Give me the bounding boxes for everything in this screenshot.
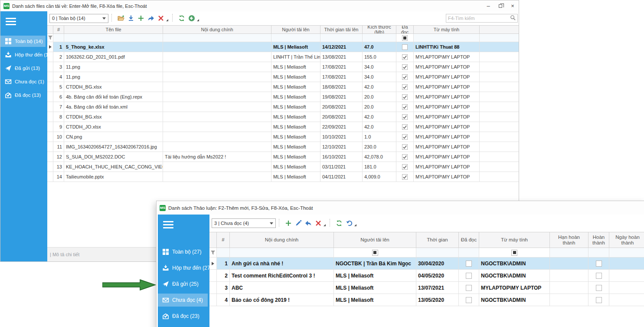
table-row[interactable]: 21063262.GD_2021_001.pdfLINHTT | Trần Th… bbox=[47, 52, 519, 62]
dropdown-corner-icon[interactable] bbox=[166, 19, 168, 21]
table-row[interactable]: 311.pngMLS | Meliasoft17/08/202134.0MYLA… bbox=[47, 62, 519, 72]
reply-button[interactable] bbox=[304, 219, 313, 228]
sidebar-item[interactable]: Đã đọc (23) bbox=[158, 310, 208, 323]
column-header[interactable]: Hạn hoàn thành bbox=[550, 232, 588, 248]
table-row[interactable]: 14Tailieumobile.pptxMLS | Meliasoft04/11… bbox=[47, 172, 519, 182]
checkbox[interactable] bbox=[372, 250, 378, 256]
back-button[interactable] bbox=[187, 14, 196, 23]
table-row[interactable]: 10CN.pngMLS | Meliasoft10/10/20211.0MYLA… bbox=[47, 132, 519, 142]
discussion-window-titlebar[interactable]: MS Danh sách Thảo luận: F2-Thêm mới, F3-… bbox=[157, 201, 644, 215]
filter-cell[interactable] bbox=[271, 34, 320, 42]
column-header[interactable]: Người tải lên bbox=[334, 232, 416, 248]
checkbox[interactable] bbox=[402, 35, 408, 41]
sidebar-item[interactable]: Hộp thư đến (27) bbox=[158, 261, 208, 274]
checkbox[interactable] bbox=[466, 285, 472, 291]
filter-cell[interactable] bbox=[217, 248, 230, 258]
checkbox[interactable] bbox=[511, 250, 517, 256]
checkbox[interactable] bbox=[402, 74, 408, 80]
sidebar-item[interactable]: Toàn bộ (27) bbox=[158, 245, 208, 258]
open-file-button[interactable] bbox=[116, 14, 125, 23]
checkbox[interactable] bbox=[596, 261, 602, 267]
menu-icon[interactable] bbox=[163, 220, 173, 230]
column-header[interactable]: # bbox=[217, 232, 230, 248]
column-header[interactable]: Người tải lên bbox=[271, 26, 320, 34]
table-row[interactable]: 3ABCMLS | Meliasoft13/07/2021MYLAPTOP\MY… bbox=[209, 282, 644, 294]
sidebar-item[interactable]: Đã đọc (13) bbox=[0, 89, 46, 101]
column-header[interactable]: Nội dung chính bbox=[230, 232, 334, 248]
delete-button[interactable] bbox=[156, 14, 165, 23]
column-header[interactable]: Ngày hoàn thành bbox=[609, 232, 644, 248]
table-row[interactable]: 11IMG_1634020654727_1634020672016.jpgMLS… bbox=[47, 142, 519, 152]
checkbox[interactable] bbox=[402, 144, 408, 150]
view-filter-dropdown[interactable]: 3 | Chưa đọc (4) bbox=[212, 218, 276, 228]
checkbox[interactable] bbox=[402, 124, 408, 130]
checkbox[interactable] bbox=[596, 297, 602, 303]
column-header[interactable]: Tên file bbox=[64, 26, 163, 34]
filter-cell[interactable] bbox=[163, 34, 271, 42]
sidebar-item[interactable]: Chưa đọc (4) bbox=[158, 294, 208, 307]
search-input[interactable] bbox=[448, 16, 510, 21]
filter-cell[interactable] bbox=[609, 248, 644, 258]
filter-cell[interactable] bbox=[334, 248, 416, 258]
undo-button[interactable] bbox=[344, 219, 353, 228]
filter-cell[interactable] bbox=[414, 34, 480, 42]
files-window-titlebar[interactable]: MS Danh sách files cần tải về: Enter-Mở … bbox=[0, 0, 519, 11]
filter-cell[interactable] bbox=[396, 34, 414, 42]
column-header[interactable]: Nội dung chính bbox=[163, 26, 271, 34]
table-row[interactable]: 64b. Bảng cân đối kế toán (Eng).repxMLS … bbox=[47, 92, 519, 102]
refresh-button[interactable] bbox=[334, 219, 343, 228]
sidebar-item[interactable]: Đã gửi (13) bbox=[0, 63, 46, 74]
checkbox[interactable] bbox=[466, 273, 472, 279]
sidebar-item[interactable]: Toàn bộ (14) bbox=[0, 36, 46, 47]
filter-cell[interactable] bbox=[480, 34, 519, 42]
filter-row[interactable] bbox=[47, 34, 519, 42]
table-row[interactable]: 12S_SUA_DOI_MS2022.DOCTài liệu hướng dẫn… bbox=[47, 152, 519, 162]
filter-cell[interactable] bbox=[230, 248, 334, 258]
forward-button[interactable] bbox=[146, 14, 155, 23]
checkbox[interactable] bbox=[402, 114, 408, 120]
checkbox[interactable] bbox=[596, 285, 602, 291]
dropdown-corner-icon[interactable] bbox=[354, 224, 356, 226]
dropdown-corner-icon[interactable] bbox=[197, 19, 199, 21]
checkbox[interactable] bbox=[402, 64, 408, 70]
restore-button[interactable] bbox=[494, 0, 507, 11]
filter-cell[interactable] bbox=[588, 248, 609, 258]
column-header[interactable]: Từ máy tính bbox=[414, 26, 480, 34]
filter-cell[interactable] bbox=[550, 248, 588, 258]
checkbox[interactable] bbox=[402, 54, 408, 60]
checkbox[interactable] bbox=[402, 94, 408, 100]
menu-icon[interactable] bbox=[6, 17, 16, 26]
table-row[interactable]: 74a. Bảng cân đối kế toán.xmlMLS | Melia… bbox=[47, 102, 519, 112]
checkbox[interactable] bbox=[402, 164, 408, 170]
minimize-button[interactable]: – bbox=[482, 0, 494, 11]
column-header[interactable]: Đã đọc bbox=[459, 232, 479, 248]
column-header[interactable]: # bbox=[53, 26, 64, 34]
table-row[interactable]: 411.pngMLS | Meliasoft17/08/202134.0MYLA… bbox=[47, 72, 519, 82]
add-button[interactable] bbox=[136, 14, 145, 23]
filter-row[interactable] bbox=[209, 248, 644, 258]
column-header[interactable]: Từ máy tính bbox=[479, 232, 550, 248]
sidebar-item[interactable]: Hộp thư đến (14) bbox=[0, 49, 46, 60]
filter-cell[interactable] bbox=[459, 248, 479, 258]
table-row[interactable]: 2Test comment RichEditControl 3 !MLS | M… bbox=[209, 270, 644, 282]
filter-cell[interactable] bbox=[320, 34, 363, 42]
column-header[interactable]: Thời gian tải lên bbox=[320, 26, 363, 34]
filter-cell[interactable] bbox=[416, 248, 459, 258]
sidebar-item[interactable]: Đã gửi (25) bbox=[158, 277, 208, 291]
table-row[interactable]: 15_Thong_ke.xlsxMLS | Meliasoft14/12/202… bbox=[47, 42, 519, 52]
column-header[interactable]: Kích thước (Mb) bbox=[363, 26, 396, 34]
sidebar-item[interactable]: Chưa đọc (1) bbox=[0, 76, 46, 87]
table-row[interactable]: 13KE_HOACH_THUC_HIEN_CAC_CONG_VIEC_PHONG… bbox=[47, 162, 519, 172]
checkbox[interactable] bbox=[402, 84, 408, 90]
filter-cell[interactable] bbox=[64, 34, 163, 42]
search-icon[interactable] bbox=[510, 14, 516, 22]
refresh-button[interactable] bbox=[177, 14, 186, 23]
filter-cell[interactable] bbox=[363, 34, 396, 42]
checkbox[interactable] bbox=[402, 154, 408, 160]
table-row[interactable]: 9CTDDH_JO.xlsxMLS | Meliasoft22/09/20214… bbox=[47, 122, 519, 132]
add-button[interactable] bbox=[284, 219, 293, 228]
close-button[interactable]: × bbox=[507, 0, 519, 11]
filter-cell[interactable] bbox=[53, 34, 64, 42]
column-header[interactable]: Đã đọc bbox=[396, 26, 414, 34]
table-row[interactable]: 1Anh gửi cả nhà nhé !NGOCTBK | Trần Bá K… bbox=[209, 258, 644, 270]
